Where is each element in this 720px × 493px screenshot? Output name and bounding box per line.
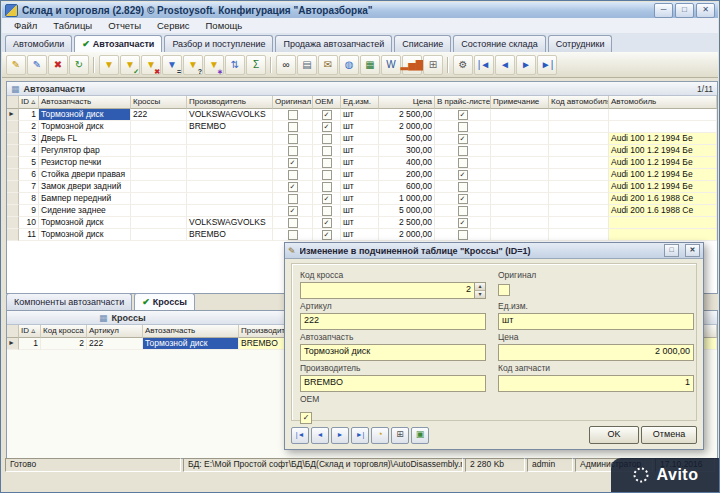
original-checkbox[interactable] [498,284,510,296]
cell-original-checkbox[interactable] [273,109,313,121]
image-icon-button[interactable]: ▣ [411,427,429,444]
delete-record-icon-button[interactable]: ✖ [48,55,68,75]
part-name-field[interactable]: Тормозной диск [300,344,486,361]
article-field[interactable]: 222 [300,313,486,330]
sub-tab-0[interactable]: Компоненты автозапчасти [6,293,132,310]
column-header-car[interactable]: Автомобиль [609,96,717,109]
cross-code-field[interactable]: 2▴▾ [300,282,486,299]
cell-oem-checkbox[interactable] [313,169,341,181]
prev-record-button[interactable]: ◄ [311,427,329,444]
cell-oem-checkbox[interactable] [313,145,341,157]
column-header-cross-code[interactable]: Код кросса [41,325,87,338]
cancel-button[interactable]: Отмена [641,426,697,444]
price-field[interactable]: 2 000,00 [498,344,694,361]
cell-oem-checkbox[interactable] [313,181,341,193]
prev-record-icon-button[interactable]: ◄ [495,55,515,75]
column-header-part[interactable]: Автозапчасть [143,325,239,338]
new-record-icon-button[interactable]: ✎ [6,55,26,75]
first-record-button[interactable]: |◄ [291,427,309,444]
column-header-price[interactable]: Цена [379,96,435,109]
column-header-note[interactable]: Примечание [491,96,549,109]
filter-icon-button[interactable]: ▼ [99,55,119,75]
filter-clear-icon-button[interactable]: ▼✖ [141,55,161,75]
cell-pricelist-checkbox[interactable] [435,181,491,193]
menu-item-2[interactable]: Отчеты [100,19,149,32]
maximize-button[interactable]: □ [675,3,694,18]
tab-5[interactable]: Состояние склада [453,35,545,52]
column-header-in-pricelist[interactable]: В прайс-листе [435,96,491,109]
cell-pricelist-checkbox[interactable] [435,205,491,217]
tab-0[interactable]: Автомобили [5,35,72,52]
sort-icon-button[interactable]: ⇅ [225,55,245,75]
cell-pricelist-checkbox[interactable] [435,145,491,157]
cell-oem-checkbox[interactable]: ✓ [313,193,341,205]
edit-record-icon-button[interactable]: ✎ [27,55,47,75]
cell-pricelist-checkbox[interactable] [435,229,491,241]
column-header-oem[interactable]: OEM [313,96,341,109]
last-record-button[interactable]: ►| [351,427,369,444]
cell-oem-checkbox[interactable]: ✓ [313,121,341,133]
cell-original-checkbox[interactable] [273,133,313,145]
cell-original-checkbox[interactable]: ✓ [273,181,313,193]
web-export-icon-button[interactable]: ◍ [339,55,359,75]
cell-pricelist-checkbox[interactable]: ✓ [435,169,491,181]
cell-original-checkbox[interactable] [273,121,313,133]
cell-pricelist-checkbox[interactable]: ✓ [435,133,491,145]
cell-oem-checkbox[interactable]: ✓ [313,229,341,241]
cell-original-checkbox[interactable]: ✓ [273,157,313,169]
tab-2[interactable]: Разбор и поступление [164,35,273,52]
close-button[interactable]: ✕ [696,3,715,18]
calculator-icon-button[interactable]: ⊞ [391,427,409,444]
column-header-original[interactable]: Оригинал [273,96,313,109]
last-record-icon-button[interactable]: ►| [537,55,557,75]
menu-item-4[interactable]: Помощь [198,19,251,32]
column-header-crosses[interactable]: Кроссы [131,96,187,109]
spin-up-icon[interactable]: ▴ [474,283,485,291]
column-header-part[interactable]: Автозапчасть [39,96,131,109]
dialog-rollup-button[interactable]: □ [664,244,679,257]
history-icon-button[interactable]: ◔ [371,427,389,444]
excel-export-icon-button[interactable]: ▦ [360,55,380,75]
column-header-unit[interactable]: Ед.изм. [341,96,379,109]
column-header-car-code[interactable]: Код автомобиля [549,96,609,109]
cell-original-checkbox[interactable] [273,229,313,241]
cell-original-checkbox[interactable] [273,193,313,205]
spinner-icon[interactable]: ▴▾ [474,283,485,298]
cell-original-checkbox[interactable] [273,217,313,229]
cell-oem-checkbox[interactable] [313,157,341,169]
tab-6[interactable]: Сотрудники [548,35,613,52]
print-icon-button[interactable]: ▤ [297,55,317,75]
cell-pricelist-checkbox[interactable] [435,157,491,169]
menu-item-1[interactable]: Таблицы [45,19,100,32]
part-code-field[interactable]: 1 [498,375,694,392]
dialog-close-button[interactable]: ✕ [685,244,700,257]
column-header-manufacturer[interactable]: Производитель [187,96,273,109]
cell-original-checkbox[interactable] [273,145,313,157]
cell-oem-checkbox[interactable]: ✓ [313,217,341,229]
refresh-icon-button[interactable]: ↻ [69,55,89,75]
cell-original-checkbox[interactable]: ✓ [273,205,313,217]
cell-oem-checkbox[interactable] [313,133,341,145]
tab-1[interactable]: ✔Автозапчасти [74,35,162,52]
cell-original-checkbox[interactable] [273,169,313,181]
filter-apply-icon-button[interactable]: ▼✓ [120,55,140,75]
settings-icon-button[interactable]: ⚙ [453,55,473,75]
tab-4[interactable]: Списание [394,35,451,52]
menu-item-3[interactable]: Сервис [149,19,198,32]
column-header-id[interactable]: ID ▵ [19,96,39,109]
next-record-icon-button[interactable]: ► [516,55,536,75]
cell-oem-checkbox[interactable] [313,205,341,217]
tab-3[interactable]: Продажа автозапчастей [275,35,392,52]
filter-equals-icon-button[interactable]: ▼= [162,55,182,75]
filter-custom-icon-button[interactable]: ▼∗ [204,55,224,75]
oem-checkbox[interactable]: ✓ [300,412,312,424]
column-header-article[interactable]: Артикул [87,325,143,338]
cell-oem-checkbox[interactable]: ✓ [313,109,341,121]
cell-pricelist-checkbox[interactable]: ✓ [435,193,491,205]
menu-item-0[interactable]: Файл [6,19,45,32]
first-record-icon-button[interactable]: |◄ [474,55,494,75]
spin-down-icon[interactable]: ▾ [474,291,485,298]
chart-icon-button[interactable]: ▂▅▇ [402,55,422,75]
filter-query-icon-button[interactable]: ▼? [183,55,203,75]
cell-pricelist-checkbox[interactable] [435,121,491,133]
